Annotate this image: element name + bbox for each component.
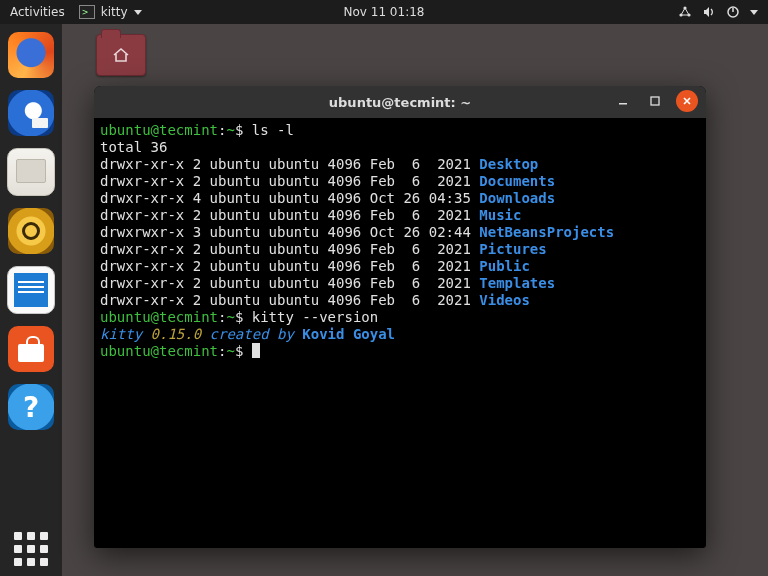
desktop-home-folder[interactable]: [94, 34, 148, 79]
network-icon: [678, 5, 692, 19]
launcher-writer[interactable]: [7, 266, 55, 314]
minimize-icon: [617, 95, 629, 107]
dock: ?: [0, 24, 62, 576]
launcher-software[interactable]: [8, 326, 54, 372]
launcher-thunderbird[interactable]: [8, 90, 54, 136]
home-icon: [111, 46, 131, 64]
launcher-files[interactable]: [7, 148, 55, 196]
minimize-button[interactable]: [612, 90, 634, 112]
chevron-down-icon: [134, 10, 142, 15]
titlebar[interactable]: ubuntu@tecmint: ~: [94, 86, 706, 118]
desktop[interactable]: ubuntu@tecmint: ~ ubuntu@tecmint:~$ ls -…: [62, 24, 768, 576]
clock[interactable]: Nov 11 01:18: [344, 5, 425, 19]
close-button[interactable]: [676, 90, 698, 112]
show-applications-button[interactable]: [0, 532, 62, 566]
svg-rect-5: [651, 97, 659, 105]
chevron-down-icon: [750, 10, 758, 15]
power-icon: [726, 5, 740, 19]
svg-rect-4: [619, 103, 627, 105]
launcher-rhythmbox[interactable]: [8, 208, 54, 254]
system-menu[interactable]: [678, 5, 768, 19]
app-menu-label: kitty: [101, 5, 128, 19]
volume-icon: [702, 5, 716, 19]
activities-button[interactable]: Activities: [10, 5, 65, 19]
close-icon: [681, 95, 693, 107]
terminal-icon: >: [79, 5, 95, 19]
terminal-body[interactable]: ubuntu@tecmint:~$ ls -ltotal 36drwxr-xr-…: [94, 118, 706, 548]
maximize-button[interactable]: [644, 90, 666, 112]
launcher-help[interactable]: ?: [8, 384, 54, 430]
terminal-window[interactable]: ubuntu@tecmint: ~ ubuntu@tecmint:~$ ls -…: [94, 86, 706, 548]
top-bar: Activities > kitty Nov 11 01:18: [0, 0, 768, 24]
launcher-firefox[interactable]: [8, 32, 54, 78]
maximize-icon: [649, 95, 661, 107]
window-title: ubuntu@tecmint: ~: [329, 95, 471, 110]
app-menu[interactable]: > kitty: [79, 5, 142, 19]
